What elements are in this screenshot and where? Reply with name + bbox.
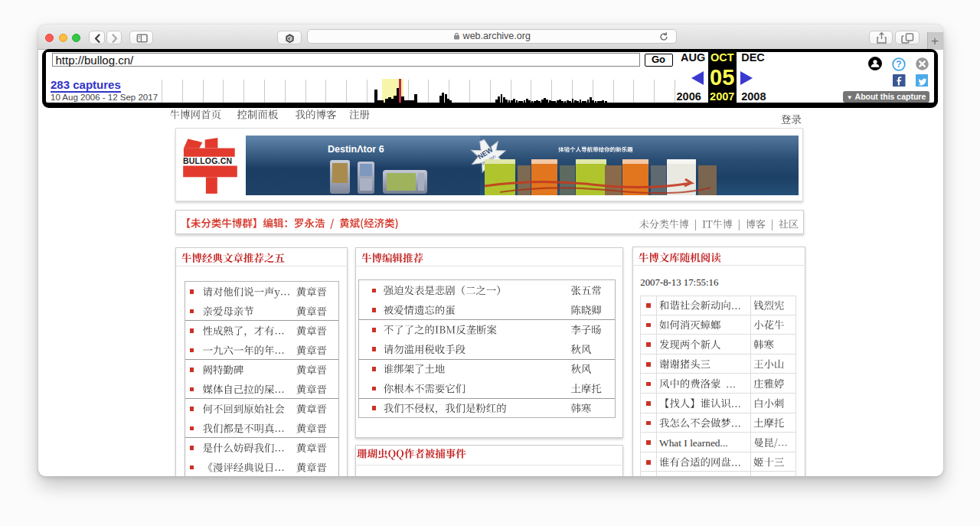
svg-text:What I learned...: What I learned...	[659, 437, 728, 449]
svg-text:?: ?	[896, 59, 901, 70]
svg-text:2007-8-13 17:55:16: 2007-8-13 17:55:16	[640, 277, 719, 288]
